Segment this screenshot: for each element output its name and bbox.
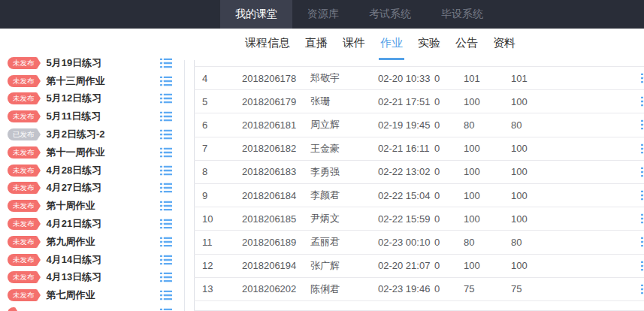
table-row[interactable]: 7 2018206182 王金豪 02-21 16:11 0 100 100 xyxy=(194,137,644,161)
row-index: 12 xyxy=(194,260,242,271)
assignment-list-item[interactable]: 未发布 第十一周作业 xyxy=(0,143,183,162)
list-menu-icon[interactable] xyxy=(160,309,172,311)
sidebar-divider xyxy=(184,60,185,311)
course-tab[interactable]: 直播 xyxy=(304,29,329,60)
submit-time: 02-22 15:04 xyxy=(378,190,434,201)
table-row[interactable]: 13 2018206202 陈俐君 02-23 19:46 0 75 75 xyxy=(194,278,644,301)
table-row[interactable]: 6 2018206181 周立辉 02-19 19:45 0 80 80 xyxy=(194,113,644,137)
student-id: 2018206194 xyxy=(242,260,310,271)
assignment-list-item[interactable]: 未发布 第九周作业 xyxy=(0,233,183,251)
course-tab-label: 直播 xyxy=(305,36,328,50)
assignment-list-item[interactable]: 未发布 4月21日练习 xyxy=(0,215,183,233)
assignment-title: 3月2日练习-2 xyxy=(47,128,105,141)
list-menu-icon[interactable] xyxy=(160,130,172,140)
assignment-title: 第十周作业 xyxy=(47,199,95,213)
row-actions-icon[interactable] xyxy=(641,191,644,201)
navbar-item[interactable]: 考试系统 xyxy=(354,0,426,29)
final-score: 100 xyxy=(511,166,586,177)
table-row[interactable]: 10 2018206185 尹炳文 02-22 15:59 0 100 100 xyxy=(194,207,644,231)
status-badge: 未发布 xyxy=(8,236,37,248)
assignment-list-item[interactable] xyxy=(0,304,183,311)
list-menu-icon[interactable] xyxy=(160,94,172,104)
course-tab-label: 资料 xyxy=(493,36,516,50)
list-menu-icon[interactable] xyxy=(160,219,172,229)
row-actions-icon[interactable] xyxy=(641,167,644,177)
course-tab[interactable]: 作业 xyxy=(379,29,404,60)
course-tab[interactable]: 公告 xyxy=(454,29,479,60)
navbar-item[interactable]: 毕设系统 xyxy=(426,0,498,29)
row-actions-icon[interactable] xyxy=(641,74,644,83)
row-actions-icon[interactable] xyxy=(641,120,644,130)
assignment-list-item[interactable]: 未发布 5月11日练习 xyxy=(0,107,183,125)
app-root: 我的课堂 资源库 考试系统 毕设系统 课程信息 直播 xyxy=(0,0,644,311)
assignment-title: 第九周作业 xyxy=(47,235,95,249)
table-row[interactable]: 11 2018206189 孟丽君 02-23 00:10 0 80 80 xyxy=(194,231,644,254)
row-actions-icon[interactable] xyxy=(641,284,644,294)
row-actions-icon[interactable] xyxy=(641,97,644,107)
student-name: 陈俐君 xyxy=(310,282,378,296)
row-index: 8 xyxy=(194,166,242,177)
course-tab[interactable]: 课件 xyxy=(341,29,367,60)
assignment-list-item[interactable]: 已发布 3月2日练习-2 xyxy=(0,125,183,143)
list-menu-icon[interactable] xyxy=(160,112,172,122)
list-menu-icon[interactable] xyxy=(160,201,172,211)
row-index: 5 xyxy=(194,96,242,107)
status-badge: 未发布 xyxy=(8,218,37,230)
row-actions-icon[interactable] xyxy=(641,261,644,270)
list-menu-icon[interactable] xyxy=(160,76,172,86)
navbar-item-label: 资源库 xyxy=(307,8,339,21)
assignment-list-item[interactable]: 未发布 第十三周作业 xyxy=(0,72,183,90)
table-row[interactable]: 5 2018206179 张珊 02-21 17:51 0 100 100 xyxy=(194,90,644,113)
course-tab[interactable]: 资料 xyxy=(491,29,517,60)
list-menu-icon[interactable] xyxy=(160,58,172,68)
row-actions-icon[interactable] xyxy=(641,143,644,153)
list-menu-icon[interactable] xyxy=(160,273,172,282)
navbar-item[interactable]: 资源库 xyxy=(292,0,354,29)
course-tab-label: 公告 xyxy=(455,36,478,50)
assignment-title: 4月27日练习 xyxy=(47,181,102,195)
assignment-list-item[interactable]: 未发布 4月14日练习 xyxy=(0,251,183,269)
student-name: 李勇强 xyxy=(310,165,378,179)
assignment-list-item[interactable]: 未发布 5月19日练习 xyxy=(0,54,183,72)
final-score: 100 xyxy=(511,143,586,154)
course-tab[interactable]: 课程信息 xyxy=(243,29,292,60)
assignment-list-item[interactable]: 未发布 4月27日练习 xyxy=(0,180,183,198)
final-score: 100 xyxy=(511,190,586,201)
assignment-title: 第十三周作业 xyxy=(47,74,105,88)
assignment-title: 第七周作业 xyxy=(47,288,95,302)
course-tab-label: 课件 xyxy=(343,36,365,50)
status-badge: 未发布 xyxy=(8,75,37,87)
submit-count: 0 xyxy=(434,143,464,154)
score: 101 xyxy=(464,73,511,84)
list-menu-icon[interactable] xyxy=(160,147,172,157)
list-menu-icon[interactable] xyxy=(160,291,172,300)
navbar-item-label: 我的课堂 xyxy=(235,8,277,21)
course-tab[interactable]: 实验 xyxy=(416,29,442,60)
assignment-title: 5月19日练习 xyxy=(47,56,102,70)
course-tab-label: 作业 xyxy=(380,36,403,50)
student-id: 2018206183 xyxy=(242,166,310,177)
assignment-list-item[interactable]: 未发布 4月28日练习 xyxy=(0,162,183,180)
assignment-list-item[interactable]: 未发布 第七周作业 xyxy=(0,286,183,304)
table-row[interactable]: 4 2018206178 郑敬宇 02-20 10:33 0 101 101 xyxy=(194,67,644,90)
assignment-list-item[interactable]: 未发布 5月12日练习 xyxy=(0,90,183,108)
row-index: 9 xyxy=(194,190,242,201)
submit-time: 02-19 19:45 xyxy=(378,119,434,131)
list-menu-icon[interactable] xyxy=(160,165,172,175)
navbar-item[interactable]: 我的课堂 xyxy=(220,0,292,29)
list-menu-icon[interactable] xyxy=(160,183,172,193)
list-menu-icon[interactable] xyxy=(160,237,172,246)
submit-count: 0 xyxy=(434,260,464,271)
row-actions-icon[interactable] xyxy=(641,214,644,224)
submit-time: 02-20 10:33 xyxy=(378,73,434,84)
table-row[interactable]: 9 2018206184 李颜君 02-22 15:04 0 100 100 xyxy=(194,184,644,207)
final-score: 100 xyxy=(511,213,586,225)
status-badge: 未发布 xyxy=(8,146,37,159)
row-actions-icon[interactable] xyxy=(641,237,644,247)
submit-time: 02-21 16:11 xyxy=(378,143,434,154)
list-menu-icon[interactable] xyxy=(160,255,172,264)
table-row[interactable]: 8 2018206183 李勇强 02-22 13:02 0 100 100 xyxy=(194,161,644,184)
table-row[interactable]: 12 2018206194 张广辉 02-20 21:07 0 100 100 xyxy=(194,255,644,278)
assignment-list-item[interactable]: 未发布 第十周作业 xyxy=(0,197,183,215)
assignment-list-item[interactable]: 未发布 4月13日练习 xyxy=(0,269,183,287)
